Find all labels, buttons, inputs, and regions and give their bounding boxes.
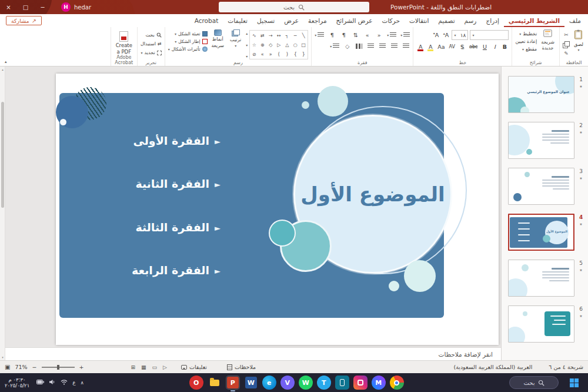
tab-help[interactable]: تعليمات [223, 14, 252, 27]
slide-thumbnail-1[interactable]: عنوان الموضوع الرئيسي [508, 76, 574, 113]
shape-item[interactable]: } [294, 52, 297, 57]
align-right-button[interactable] [402, 42, 410, 50]
battery-icon[interactable] [36, 380, 44, 386]
shape-item[interactable]: ─ [294, 33, 297, 38]
shape-item[interactable]: ╲ [302, 33, 305, 38]
reset-button[interactable]: إعادة تعيين [515, 39, 537, 44]
text-shadow-button[interactable]: S [458, 42, 466, 51]
find-button[interactable]: بحث [141, 32, 162, 38]
taskbar-app-instagram[interactable] [353, 376, 368, 390]
taskbar-app-chrome[interactable] [390, 376, 404, 390]
shape-item[interactable]: ∿ [252, 33, 256, 38]
scroll-down-icon[interactable]: ▾ [0, 354, 5, 360]
scroll-up-icon[interactable]: ▴ [0, 67, 5, 72]
slide-thumbnail-5[interactable] [508, 260, 574, 297]
volume-icon[interactable] [49, 379, 56, 386]
shape-item[interactable]: → [269, 33, 273, 38]
create-pdf-button[interactable]: Create a PDF [114, 29, 134, 55]
tab-file[interactable]: ملف [564, 14, 586, 27]
shape-item[interactable]: ┐ [286, 33, 289, 38]
view-slide-sorter-button[interactable]: ▦ [141, 364, 146, 370]
tab-home[interactable]: الشريط الرئيسي [504, 14, 564, 27]
zoom-slider-thumb[interactable] [57, 365, 59, 370]
notes-placeholder[interactable]: انقر لإضافة ملاحظات [439, 351, 493, 358]
close-icon[interactable]: × [0, 0, 17, 14]
underline-button[interactable]: U [480, 42, 489, 51]
tab-animations[interactable]: حركات [377, 14, 405, 27]
paste-button[interactable]: لصق ▾ [572, 29, 585, 52]
titlebar-search-input[interactable]: بحث [219, 2, 369, 12]
zoom-out-button[interactable]: − [32, 364, 37, 370]
taskbar-app-powerpoint[interactable]: P [226, 376, 240, 390]
text-direction-button[interactable]: ▾ [315, 31, 324, 39]
zoom-in-button[interactable]: + [79, 364, 84, 370]
slide-thumbnail-2[interactable] [508, 122, 574, 159]
slide-title[interactable]: الموضوع الأول [300, 182, 445, 206]
select-button[interactable]: تحديد▾ [141, 50, 162, 55]
bullet-item-2[interactable]: ► الفقرة الثانية [135, 177, 220, 190]
tab-insert[interactable]: إدراج [481, 14, 503, 27]
shape-fill-button[interactable]: تعبئة الشكل▾ [168, 31, 208, 36]
view-normal-button[interactable]: ⊞ [131, 364, 136, 370]
keyboard-language-indicator[interactable]: ع [72, 380, 75, 386]
character-spacing-button[interactable]: AV [448, 42, 456, 51]
scrollbar-thumb[interactable] [1, 102, 4, 208]
shrink-font-button[interactable]: A▾ [432, 31, 440, 39]
tab-view[interactable]: عرض [279, 14, 303, 27]
wifi-icon[interactable] [61, 379, 68, 386]
notes-pane[interactable]: انقر لإضافة ملاحظات [5, 347, 501, 360]
tab-draw[interactable]: رسم [460, 14, 482, 27]
increase-indent-button[interactable]: » [363, 31, 371, 39]
slide-thumbnail-4-selected[interactable]: الموضوع الأول [508, 214, 574, 251]
share-button[interactable]: ↗ مشاركة [6, 16, 42, 25]
zoom-level[interactable]: 71% [15, 364, 27, 370]
avatar[interactable]: H [61, 2, 71, 12]
tab-design[interactable]: تصميم [433, 14, 459, 27]
line-spacing-button[interactable]: ⇅ [352, 31, 359, 39]
font-color-button[interactable]: A [416, 42, 425, 51]
taskbar-app-whatsapp[interactable]: W [299, 376, 313, 390]
taskbar-app-viber[interactable]: V [280, 376, 295, 390]
section-button[interactable]: مقطع▾ [515, 46, 537, 52]
zoom-fit-button[interactable]: ▣ [5, 364, 10, 370]
shape-outline-button[interactable]: إطار الشكل▾ [168, 39, 208, 44]
view-slideshow-button[interactable]: ▷ [163, 364, 167, 370]
view-reading-button[interactable]: ▭ [152, 364, 158, 370]
shape-item[interactable]: ⇄ [260, 33, 265, 38]
shape-item[interactable]: ( [286, 52, 288, 57]
notes-button[interactable]: ملاحظات [227, 364, 256, 370]
tab-acrobat[interactable]: Acrobat [190, 14, 223, 27]
decrease-indent-button[interactable]: « [375, 31, 383, 39]
tab-review[interactable]: مراجعة [303, 14, 332, 27]
shape-item[interactable]: ▷ [277, 42, 280, 48]
shapes-gallery-scroll[interactable]: ▴▾▾ [245, 30, 248, 59]
bullet-item-1[interactable]: ► الفقرة الأولى [133, 134, 220, 147]
bullet-item-4[interactable]: ► الفقرة الرابعة [132, 264, 220, 277]
slide-thumbnail-3[interactable] [508, 168, 574, 205]
format-painter-button[interactable]: ✎ [563, 50, 570, 57]
shape-item[interactable]: □ [301, 42, 306, 48]
slide-canvas[interactable]: الموضوع الأول ► الفقرة الأولى ► الفقرة ا… [56, 74, 499, 345]
account-area[interactable]: H hedar [61, 0, 91, 14]
justify-button[interactable] [367, 42, 375, 50]
rtl-direction-button[interactable]: ¶ [328, 31, 336, 39]
taskbar-app-opera[interactable]: O [189, 376, 203, 390]
align-left-button[interactable] [379, 42, 386, 50]
align-center-button[interactable] [390, 42, 398, 50]
taskbar-app-word[interactable]: W [244, 376, 258, 390]
taskbar-app-edge[interactable]: e [262, 376, 276, 390]
smartart-button[interactable]: ◇ [343, 42, 351, 50]
shape-item[interactable]: ⊘ [252, 52, 256, 57]
highlight-color-button[interactable]: A [426, 42, 435, 51]
minimize-icon[interactable]: ─ [34, 0, 51, 14]
tray-chevron-icon[interactable]: ∧ [81, 380, 84, 386]
change-case-button[interactable]: Aa [436, 42, 446, 51]
comments-button[interactable]: تعليقات [181, 364, 207, 370]
ltr-direction-button[interactable]: ¶ [340, 31, 348, 39]
maximize-icon[interactable]: □ [17, 0, 34, 14]
shape-item[interactable]: ☆ [252, 42, 256, 48]
shape-item[interactable]: ⊕ [260, 42, 265, 48]
ribbon-collapse-chevron[interactable]: ▴ [5, 59, 7, 64]
shape-item[interactable]: « [269, 52, 272, 57]
new-slide-button[interactable]: شريحة جديدة [539, 29, 556, 52]
